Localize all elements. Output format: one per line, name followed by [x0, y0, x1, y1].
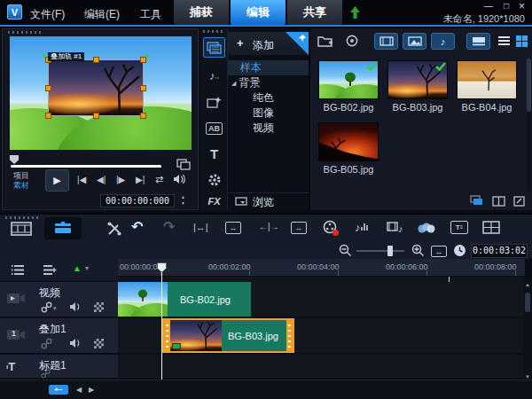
add-header[interactable]: + 添加	[228, 32, 309, 55]
scrubber-track[interactable]	[11, 165, 161, 168]
timeline-ruler[interactable]: 00:00:00:00 00:00:02:00 00:00:04:00 00:0…	[118, 259, 525, 277]
ripple-edit-button[interactable]: ←|→	[259, 222, 279, 231]
auto-music-button[interactable]: ♪	[387, 221, 403, 235]
track-manager-icon[interactable]	[11, 264, 25, 276]
category-filter-fx-icon[interactable]: FX	[203, 193, 225, 209]
scroll-up-icon[interactable]: ▲	[525, 282, 530, 287]
dual-preview-icon[interactable]	[176, 159, 191, 170]
prev-frame-button[interactable]: ◀|	[97, 175, 106, 184]
track-header-overlay1[interactable]: 1 叠加1	[0, 318, 118, 355]
resize-handle[interactable]	[45, 113, 51, 119]
scroll-right-icon[interactable]: ▶	[89, 386, 94, 394]
timeline-timecode[interactable]: 0:00:03:02	[471, 244, 528, 258]
filter-audio-button[interactable]: ♪	[431, 33, 455, 50]
fit-project-button[interactable]: ↔	[225, 222, 241, 234]
track-header-video[interactable]: 视频 ▾	[0, 282, 118, 318]
browse-row[interactable]: 浏览	[228, 192, 309, 208]
panel-drag-handle[interactable]	[5, 216, 39, 219]
nav-item-video[interactable]: 视频	[228, 121, 309, 136]
link-icon[interactable]	[41, 301, 52, 313]
play-button[interactable]: ▶	[45, 169, 69, 192]
nav-item-sample[interactable]: 样本	[228, 60, 309, 75]
timeline-view-button[interactable]	[44, 217, 82, 239]
resize-handle[interactable]	[45, 85, 51, 91]
track-lane-overlay1[interactable]: BG-B03.jpg	[118, 318, 523, 355]
zoom-out-icon[interactable]	[339, 244, 352, 257]
library-item[interactable]: BG-B02.jpg	[314, 60, 383, 113]
timeline-scrollbar[interactable]: ▲ ▼	[523, 282, 532, 379]
timecode-spin-up[interactable]: ▲	[181, 194, 185, 200]
subtitle-editor-button[interactable]: T≡	[450, 221, 468, 234]
resize-handle[interactable]	[93, 57, 99, 63]
grid-view-button[interactable]	[516, 35, 528, 47]
link-icon[interactable]	[41, 369, 51, 379]
menu-edit[interactable]: 编辑(E)	[84, 7, 120, 22]
zoom-slider-handle[interactable]	[387, 246, 393, 256]
swap-tracks-button[interactable]: +~	[49, 385, 68, 395]
track-lane-video[interactable]: BG-B02.jpg	[118, 282, 523, 318]
scrollbar-thumb[interactable]	[525, 293, 530, 312]
undo-button[interactable]: ↶	[131, 218, 143, 235]
link-icon[interactable]	[41, 338, 52, 349]
resize-handle[interactable]	[93, 113, 99, 119]
panel-drag-handle[interactable]	[8, 31, 42, 34]
category-audio-icon[interactable]: ♪,,	[203, 66, 225, 85]
tab-edit[interactable]: 编辑	[231, 0, 286, 25]
filter-photo-button[interactable]	[403, 33, 426, 50]
category-transition-icon[interactable]: AB	[203, 119, 225, 138]
rotate-handle[interactable]	[145, 54, 149, 58]
overlay-clip-selection[interactable]: 叠加轨 #1	[48, 59, 144, 116]
expand-twisty-icon[interactable]: ◢	[231, 80, 236, 86]
track-volume-icon[interactable]	[69, 338, 82, 348]
nav-item-background[interactable]: ◢背景	[228, 75, 309, 90]
resize-handle[interactable]	[140, 113, 146, 119]
track-header-title1[interactable]: ıT 标题1	[0, 355, 118, 379]
category-graphics-icon[interactable]	[203, 170, 225, 190]
library-item[interactable]: BG-B05.jpg	[314, 122, 383, 175]
tab-capture[interactable]: 捕获	[174, 0, 229, 25]
export-up-arrow-icon[interactable]	[349, 6, 361, 20]
preview-timecode[interactable]: 00:00:00:000	[100, 194, 175, 207]
show-all-button[interactable]	[466, 33, 490, 50]
filter-video-button[interactable]	[374, 33, 398, 50]
clip-bg-b02[interactable]: BG-B02.jpg	[118, 282, 251, 317]
next-frame-button[interactable]: |▶	[116, 175, 125, 184]
clock-icon[interactable]	[453, 244, 466, 257]
menu-tools[interactable]: 工具	[140, 7, 161, 22]
timecode-spin-down[interactable]: ▼	[181, 200, 185, 207]
list-view-button[interactable]	[498, 36, 510, 45]
storyboard-pages-icon[interactable]	[492, 196, 505, 207]
chroma-dropdown-icon[interactable]: ▾	[85, 264, 89, 272]
move-clip-button[interactable]: ↔	[291, 222, 307, 234]
clip-bg-b03-selected[interactable]: BG-B03.jpg	[162, 318, 294, 353]
link-dropdown-icon[interactable]: ▾	[53, 305, 57, 312]
track-record-button[interactable]	[323, 220, 340, 237]
library-scrollbar[interactable]	[527, 59, 531, 192]
zoom-in-icon[interactable]	[411, 244, 425, 257]
zoom-slider-track[interactable]	[356, 250, 404, 252]
panel-drag-handle[interactable]	[203, 30, 225, 33]
track-mosaic-icon[interactable]	[94, 302, 104, 312]
library-item[interactable]: BG-B04.jpg	[452, 60, 521, 113]
library-panel-icon[interactable]	[470, 195, 484, 207]
trim-handle-left[interactable]	[164, 320, 170, 351]
mode-project[interactable]: 项目	[13, 171, 29, 181]
close-button[interactable]: ×	[519, 1, 525, 12]
scroll-left-icon[interactable]: ◀	[76, 386, 82, 394]
tools-button[interactable]	[106, 221, 122, 237]
nav-item-image[interactable]: 图像	[228, 106, 309, 121]
menu-file[interactable]: 文件(F)	[30, 7, 65, 22]
chroma-key-icon[interactable]: ▲	[73, 263, 82, 273]
volume-icon[interactable]	[173, 174, 185, 184]
scrubber-marker[interactable]	[10, 155, 19, 164]
color-grading-button[interactable]	[417, 222, 436, 234]
mode-clip[interactable]: 素材	[13, 181, 29, 191]
resize-handle[interactable]	[140, 57, 146, 63]
loop-button[interactable]: ⇄	[155, 174, 163, 185]
jump-start-button[interactable]: |◀	[77, 175, 86, 184]
track-lane-title1[interactable]	[118, 355, 523, 379]
tab-share[interactable]: 共享	[287, 0, 342, 25]
category-media-icon[interactable]	[203, 37, 225, 58]
trim-marker-button[interactable]: |↔|	[193, 222, 208, 232]
redo-button[interactable]: ↷	[163, 218, 175, 235]
